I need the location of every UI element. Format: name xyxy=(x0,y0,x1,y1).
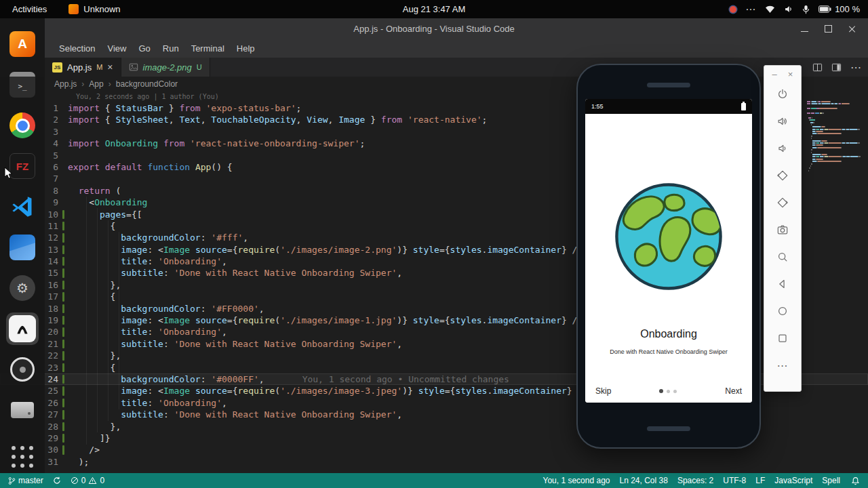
power-button[interactable] xyxy=(768,81,797,108)
statusbar-item[interactable]: You, 1 second ago xyxy=(543,476,610,485)
show-applications-grid-icon[interactable] xyxy=(12,446,33,468)
system-tray: ⋯ 100 % xyxy=(730,3,868,16)
close-tab-icon[interactable]: × xyxy=(107,62,113,72)
close-icon[interactable] xyxy=(848,25,856,33)
back-button[interactable] xyxy=(768,270,797,298)
dock-item-blue-app[interactable] xyxy=(6,231,39,264)
dock-item-drive[interactable] xyxy=(6,394,39,426)
wifi-icon[interactable] xyxy=(765,5,775,14)
gitlens-inline-blame: You, 1 second ago • Uncommitted changes xyxy=(264,374,509,384)
onboarding-controls: Skip Next xyxy=(585,380,752,403)
battery-icon xyxy=(818,5,831,13)
statusbar-item[interactable]: Spell xyxy=(822,476,840,485)
window-controls xyxy=(801,25,868,33)
menu-item-help[interactable]: Help xyxy=(231,43,261,54)
globe-illustration xyxy=(609,177,728,296)
emulator-minimize-icon[interactable]: – xyxy=(772,69,777,79)
dock-item-chrome[interactable] xyxy=(6,109,39,142)
mouse-cursor xyxy=(4,167,15,180)
statusbar-item[interactable]: JavaScript xyxy=(774,476,812,485)
dock-item-terminal[interactable]: >_ xyxy=(6,68,39,101)
dock-item-orange-app[interactable]: A xyxy=(6,28,39,60)
statusbar-item[interactable]: UTF-8 xyxy=(723,476,746,485)
menu-item-terminal[interactable]: Terminal xyxy=(185,43,231,54)
window-title: App.js - Onboarding - Visual Studio Code xyxy=(0,24,868,34)
volume-up-button[interactable] xyxy=(768,108,797,135)
drive-icon xyxy=(11,402,34,418)
breadcrumb-symbol-property[interactable]: backgroundColor xyxy=(116,79,178,89)
rotate-right-button[interactable] xyxy=(768,189,797,216)
statusbar-items: You, 1 second agoLn 24, Col 38Spaces: 2U… xyxy=(543,476,840,485)
menu-item-view[interactable]: View xyxy=(101,43,132,54)
emulator-close-icon[interactable]: × xyxy=(788,69,793,79)
statusbar-item[interactable]: Spaces: 2 xyxy=(677,476,713,485)
split-editor-icon[interactable] xyxy=(812,62,823,73)
statusbar-item[interactable]: Ln 24, Col 38 xyxy=(620,476,668,485)
menu-item-go[interactable]: Go xyxy=(132,43,156,54)
onboarding-screen: Onboarding Done with React Native Onboar… xyxy=(585,114,752,403)
microphone-icon[interactable] xyxy=(802,5,810,14)
emulator-toolbar: – × ⋯ xyxy=(764,65,802,392)
overview-button[interactable] xyxy=(768,325,797,352)
maximize-icon[interactable] xyxy=(825,25,832,33)
editor-layout-icon[interactable] xyxy=(831,62,842,73)
vscode-titlebar[interactable]: App.js - Onboarding - Visual Studio Code xyxy=(0,18,868,39)
zoom-button[interactable] xyxy=(768,243,797,270)
volume-down-button[interactable] xyxy=(768,135,797,162)
dock-item-expo[interactable] xyxy=(6,312,39,345)
menu-item-selection[interactable]: Selection xyxy=(53,43,101,54)
git-branch-indicator[interactable]: master xyxy=(8,476,43,485)
focused-app-menu[interactable]: Unknown xyxy=(68,4,120,14)
breadcrumb-file[interactable]: App.js xyxy=(54,79,77,89)
minimap[interactable] xyxy=(807,101,864,172)
chrome-icon xyxy=(9,113,35,138)
next-button[interactable]: Next xyxy=(725,386,742,396)
dock-item-vscode[interactable] xyxy=(6,190,39,223)
sync-changes-button[interactable] xyxy=(53,476,61,485)
error-count: 0 xyxy=(81,476,86,485)
focused-app-name: Unknown xyxy=(83,4,120,14)
phone-screen[interactable]: 1:55 xyxy=(585,99,752,403)
emulator-window-controls: – × xyxy=(772,67,793,81)
sync-icon xyxy=(53,476,61,485)
chevron-right-icon: › xyxy=(81,79,84,89)
terminal-icon: >_ xyxy=(9,72,35,98)
javascript-file-icon: JS xyxy=(52,62,62,73)
statusbar-item[interactable]: LF xyxy=(755,476,765,485)
menu-item-run[interactable]: Run xyxy=(157,43,185,54)
statusbar-right: You, 1 second agoLn 24, Col 38Spaces: 2U… xyxy=(543,476,860,485)
screenshot-camera-button[interactable] xyxy=(768,216,797,243)
dock-item-disc-recorder[interactable] xyxy=(6,353,39,386)
status-bar: master 0 0 You, 1 second agoLn 24, Col 3… xyxy=(0,473,868,488)
dock-item-settings[interactable]: ⚙ xyxy=(6,272,39,304)
emulator-more-button[interactable]: ⋯ xyxy=(768,352,797,379)
android-clock: 1:55 xyxy=(591,103,604,110)
android-battery-icon xyxy=(741,103,746,110)
activities-button[interactable]: Activities xyxy=(0,4,59,14)
android-emulator-window: 1:55 xyxy=(576,64,761,449)
battery-indicator[interactable]: 100 % xyxy=(818,4,860,14)
disc-icon xyxy=(10,357,35,382)
tab-image2png[interactable]: image-2.png U xyxy=(121,58,210,77)
problems-indicator[interactable]: 0 0 xyxy=(71,476,104,485)
rotate-left-button[interactable] xyxy=(768,162,797,189)
notifications-bell-icon[interactable] xyxy=(851,476,860,485)
tab-appjs[interactable]: JS App.js M × xyxy=(45,58,121,77)
image-file-icon xyxy=(129,62,138,72)
menu-bar: SelectionViewGoRunTerminalHelp xyxy=(0,39,868,58)
focused-app-icon xyxy=(68,4,79,14)
screen-record-icon[interactable] xyxy=(730,6,736,13)
tray-more-icon[interactable]: ⋯ xyxy=(745,3,756,16)
warnings-icon xyxy=(88,476,97,485)
skip-button[interactable]: Skip xyxy=(595,386,611,396)
minimize-icon[interactable] xyxy=(801,31,808,32)
warning-count: 0 xyxy=(100,476,104,485)
home-button[interactable] xyxy=(768,298,797,325)
breadcrumb-symbol-app[interactable]: App xyxy=(89,79,103,89)
code-line-31[interactable]: 31 ); xyxy=(0,456,868,468)
errors-icon xyxy=(71,476,79,485)
more-actions-icon[interactable]: ⋯ xyxy=(850,61,861,74)
git-branch-icon xyxy=(8,476,16,485)
volume-icon[interactable] xyxy=(784,5,793,14)
gnome-top-bar: Activities Unknown Aug 21 3:47 AM ⋯ 100 … xyxy=(0,0,868,18)
